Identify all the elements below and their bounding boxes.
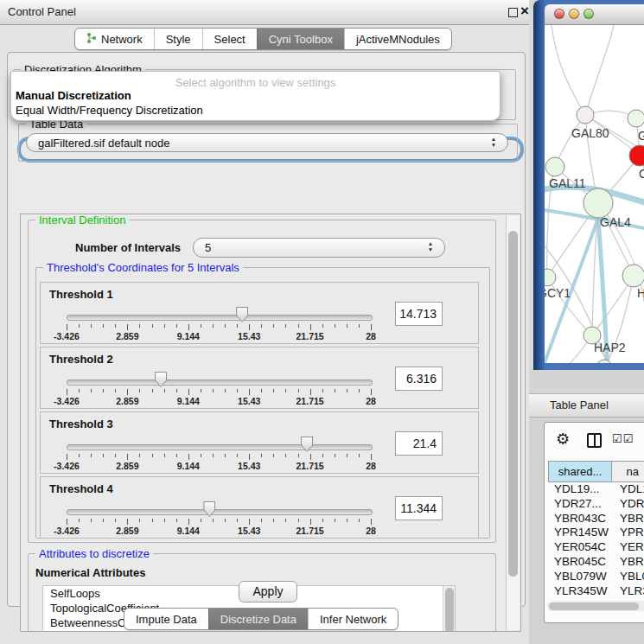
tick-mark xyxy=(237,389,238,392)
threshold-value-field[interactable]: 21.4 xyxy=(395,431,443,456)
settings-scroll-viewport: Interval Definition Number of Intervals … xyxy=(20,214,521,632)
tab-select[interactable]: Select xyxy=(202,29,257,49)
close-traffic-light-icon[interactable] xyxy=(554,9,564,19)
viewport-scrollbar-thumb[interactable] xyxy=(508,231,518,577)
tick-mark xyxy=(285,389,286,392)
tick-mark xyxy=(103,519,104,522)
threshold-slider-track[interactable] xyxy=(67,379,373,386)
tick-mark xyxy=(188,454,189,460)
tick-mark xyxy=(249,389,250,395)
network-canvas[interactable]: GAL80GAGAL11CGAL4GCY1HHAP2 xyxy=(545,25,644,363)
tick-mark xyxy=(273,324,274,328)
tick-mark xyxy=(91,389,92,392)
close-icon[interactable]: × xyxy=(520,3,529,20)
table-data-combobox[interactable]: galFiltered.sif default node ▲▼ xyxy=(26,133,508,152)
table-cell-shared-name: YLR345W xyxy=(554,584,615,597)
minimize-traffic-light-icon[interactable] xyxy=(569,9,579,19)
network-node-gal11-node[interactable] xyxy=(545,157,564,176)
attributes-scrollbar-thumb[interactable] xyxy=(445,588,454,632)
network-node-gal80-node[interactable] xyxy=(577,106,594,124)
tick-mark xyxy=(298,519,299,522)
tick-mark xyxy=(91,454,92,457)
network-node-right-node[interactable] xyxy=(622,265,644,287)
tick-mark xyxy=(91,324,92,328)
tick-mark xyxy=(127,519,128,525)
tick-mark xyxy=(139,519,140,522)
tick-mark xyxy=(347,519,348,522)
tick-label: 28 xyxy=(345,526,397,536)
tab-cyni-toolbox[interactable]: Cyni Toolbox xyxy=(257,29,344,49)
table-cell-name: YLR345W xyxy=(620,584,644,597)
network-window-titlebar[interactable] xyxy=(545,4,644,25)
tab-impute-data[interactable]: Impute Data xyxy=(124,609,208,629)
tick-mark xyxy=(213,324,214,328)
viewport-scrollbar[interactable] xyxy=(506,215,520,630)
tick-label: 21.715 xyxy=(284,461,336,471)
tick-label: 9.144 xyxy=(163,461,214,471)
tab-network[interactable]: Network xyxy=(75,29,154,49)
tick-label: -3.426 xyxy=(41,461,92,471)
tick-mark xyxy=(237,519,238,522)
spinner-stepper-icon[interactable]: ▲▼ xyxy=(426,240,435,252)
threshold-slider-track[interactable] xyxy=(67,444,373,450)
network-node-top-right-node[interactable] xyxy=(628,110,644,127)
columns-icon[interactable] xyxy=(587,433,602,448)
num-intervals-label: Number of Intervals xyxy=(75,241,181,254)
tick-mark xyxy=(188,389,189,395)
table-horizontal-scrollbar-thumb[interactable] xyxy=(549,603,639,610)
threshold-value-field[interactable]: 11.344 xyxy=(395,496,443,520)
tick-mark xyxy=(152,324,153,328)
tab-style[interactable]: Style xyxy=(154,29,202,49)
threshold-label: Threshold 1 xyxy=(49,288,113,301)
tick-mark xyxy=(79,454,80,457)
network-node-gal4-node[interactable] xyxy=(583,188,613,218)
table-column-header[interactable]: na xyxy=(612,461,644,482)
threshold-slider-track[interactable] xyxy=(67,509,373,515)
control-panel-title: Control Panel xyxy=(8,5,76,18)
network-edge[interactable] xyxy=(552,25,585,115)
tick-mark xyxy=(164,519,165,522)
tick-label: 9.144 xyxy=(163,396,214,406)
gear-icon[interactable]: ⚙ xyxy=(556,430,570,449)
tick-mark xyxy=(347,324,348,328)
tick-label: 28 xyxy=(345,331,397,341)
tick-mark xyxy=(103,389,104,392)
tab-label: Select xyxy=(214,33,245,46)
network-node-gcy1-node[interactable] xyxy=(545,269,556,286)
network-edge[interactable] xyxy=(585,25,614,115)
threshold-value-field[interactable]: 6.316 xyxy=(395,367,443,391)
algorithm-option[interactable]: Equal Width/Frequency Discretization xyxy=(16,104,203,117)
tick-mark xyxy=(335,389,335,392)
tick-mark xyxy=(249,324,250,330)
attributes-scrollbar[interactable] xyxy=(443,586,455,632)
float-window-icon[interactable] xyxy=(508,8,518,17)
threshold-slider-track[interactable] xyxy=(67,315,373,321)
table-cell-shared-name: YDL19... xyxy=(554,482,615,495)
tick-mark xyxy=(176,454,177,457)
zoom-traffic-light-icon[interactable] xyxy=(583,9,594,19)
tick-mark xyxy=(115,389,116,392)
tick-mark xyxy=(213,519,214,522)
tick-mark xyxy=(335,324,335,328)
apply-button[interactable]: Apply xyxy=(239,581,297,603)
combobox-stepper-icon[interactable]: ▲▼ xyxy=(489,136,498,148)
control-panel-titlebar: Control Panel × xyxy=(0,0,529,25)
tick-mark xyxy=(298,454,299,457)
interval-definition-title: Interval Definition xyxy=(35,214,129,226)
tab-jactivemnodules[interactable]: jActiveMNodules xyxy=(344,29,451,49)
threshold-value-field[interactable]: 14.713 xyxy=(395,302,443,326)
tick-label: -3.426 xyxy=(41,526,92,536)
tick-mark xyxy=(127,324,128,330)
select-columns-checkboxes-icon[interactable]: ☑☑ xyxy=(612,432,634,445)
network-node-bottom-node[interactable] xyxy=(596,360,612,363)
tab-discretize-data[interactable]: Discretize Data xyxy=(208,609,308,629)
table-column-header[interactable]: shared... xyxy=(548,461,612,482)
tick-mark xyxy=(103,454,104,457)
tab-infer-network[interactable]: Infer Network xyxy=(308,609,398,629)
table-horizontal-scrollbar[interactable] xyxy=(547,601,644,611)
threshold-label: Threshold 4 xyxy=(49,482,113,495)
num-intervals-spinner[interactable]: 5 ▲▼ xyxy=(193,238,445,258)
tick-label: 15.43 xyxy=(223,396,275,406)
control-panel: Control Panel × NetworkStyleSelectCyni T… xyxy=(0,0,529,644)
algorithm-option[interactable]: Manual Discretization xyxy=(16,89,131,102)
